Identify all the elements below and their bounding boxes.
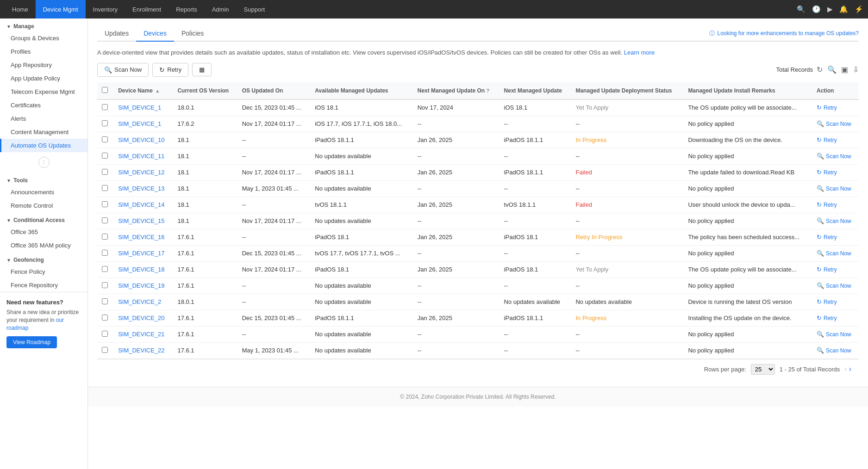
col-next-update-on[interactable]: Next Managed Update On ? xyxy=(413,82,500,99)
row-select-11[interactable] xyxy=(102,282,108,288)
row-select-4[interactable] xyxy=(102,169,108,175)
row-scan-btn-3[interactable]: 🔍 Scan Now xyxy=(817,153,851,160)
tab-policies[interactable]: Policies xyxy=(174,26,211,42)
rows-per-page-select[interactable]: 25 50 100 xyxy=(751,364,775,375)
sidebar-item-app-repository[interactable]: App Repository xyxy=(0,58,87,72)
retry-button[interactable]: ↻ Retry xyxy=(152,63,188,77)
row-checkbox-7[interactable] xyxy=(97,213,113,229)
row-select-13[interactable] xyxy=(102,315,108,321)
row-checkbox-10[interactable] xyxy=(97,261,113,278)
row-checkbox-3[interactable] xyxy=(97,148,113,164)
row-select-9[interactable] xyxy=(102,250,108,256)
device-link-2[interactable]: SIM_DEVICE_10 xyxy=(118,136,164,143)
sidebar-item-certificates[interactable]: Certificates xyxy=(0,99,87,112)
row-checkbox-8[interactable] xyxy=(97,229,113,245)
sidebar-item-groups-devices[interactable]: Groups & Devices xyxy=(0,31,87,45)
device-link-4[interactable]: SIM_DEVICE_12 xyxy=(118,169,164,176)
sidebar-item-office365-mam[interactable]: Office 365 MAM policy xyxy=(0,239,87,252)
learn-more-link[interactable]: Learn more xyxy=(624,49,655,56)
row-select-2[interactable] xyxy=(102,136,108,142)
nav-device-mgmt[interactable]: Device Mgmt xyxy=(36,0,86,19)
nav-home[interactable]: Home xyxy=(5,0,36,19)
row-retry-btn-2[interactable]: ↻ Retry xyxy=(817,136,837,143)
sidebar-item-announcements[interactable]: Announcements xyxy=(0,185,87,199)
row-checkbox-13[interactable] xyxy=(97,310,113,326)
row-select-14[interactable] xyxy=(102,331,108,337)
row-checkbox-15[interactable] xyxy=(97,342,113,358)
device-link-6[interactable]: SIM_DEVICE_14 xyxy=(118,201,164,208)
row-retry-btn-6[interactable]: ↻ Retry xyxy=(817,201,837,208)
sidebar-item-automate-os-updates[interactable]: Automate OS Updates xyxy=(0,139,87,152)
select-all-header[interactable] xyxy=(97,82,113,99)
nav-enrollment[interactable]: Enrollment xyxy=(125,0,169,19)
device-link-3[interactable]: SIM_DEVICE_11 xyxy=(118,153,164,160)
view-roadmap-button[interactable]: View Roadmap xyxy=(6,336,57,348)
row-scan-btn-1[interactable]: 🔍 Scan Now xyxy=(817,120,851,127)
device-link-7[interactable]: SIM_DEVICE_15 xyxy=(118,217,164,224)
row-scan-btn-15[interactable]: 🔍 Scan Now xyxy=(817,347,851,354)
row-select-12[interactable] xyxy=(102,298,108,304)
device-link-9[interactable]: SIM_DEVICE_17 xyxy=(118,250,164,257)
nav-admin[interactable]: Admin xyxy=(205,0,237,19)
row-select-5[interactable] xyxy=(102,185,108,191)
device-link-11[interactable]: SIM_DEVICE_19 xyxy=(118,282,164,289)
download-icon[interactable]: ⇩ xyxy=(853,65,859,74)
row-scan-btn-7[interactable]: 🔍 Scan Now xyxy=(817,217,851,224)
sidebar-item-profiles[interactable]: Profiles xyxy=(0,45,87,58)
device-link-1[interactable]: SIM_DEVICE_1 xyxy=(118,120,161,127)
row-checkbox-12[interactable] xyxy=(97,294,113,310)
select-all-checkbox[interactable] xyxy=(102,87,108,93)
row-select-1[interactable] xyxy=(102,120,108,126)
row-checkbox-6[interactable] xyxy=(97,197,113,213)
filter-button[interactable]: ▦ xyxy=(192,63,212,76)
device-link-14[interactable]: SIM_DEVICE_21 xyxy=(118,331,164,338)
next-page-button[interactable]: › xyxy=(849,365,851,373)
col-device-name[interactable]: Device Name ▲ xyxy=(113,82,173,99)
sidebar-item-telecom[interactable]: Telecom Expense Mgmt xyxy=(0,85,87,99)
row-retry-btn-0[interactable]: ↻ Retry xyxy=(817,104,837,111)
row-retry-btn-10[interactable]: ↻ Retry xyxy=(817,266,837,273)
tab-updates[interactable]: Updates xyxy=(97,26,136,42)
tools-section-title[interactable]: ▼ Tools xyxy=(0,173,87,185)
device-link-15[interactable]: SIM_DEVICE_22 xyxy=(118,347,164,354)
device-link-10[interactable]: SIM_DEVICE_18 xyxy=(118,266,164,273)
row-checkbox-4[interactable] xyxy=(97,164,113,180)
scan-now-button[interactable]: 🔍 Scan Now xyxy=(97,63,149,77)
conditional-access-section-title[interactable]: ▼ Conditional Access xyxy=(0,212,87,225)
sidebar-item-office365[interactable]: Office 365 xyxy=(0,225,87,239)
row-checkbox-11[interactable] xyxy=(97,278,113,294)
device-link-13[interactable]: SIM_DEVICE_20 xyxy=(118,315,164,321)
row-checkbox-5[interactable] xyxy=(97,180,113,197)
device-link-8[interactable]: SIM_DEVICE_16 xyxy=(118,234,164,241)
search-icon[interactable]: 🔍 xyxy=(797,5,806,13)
row-select-3[interactable] xyxy=(102,153,108,159)
sidebar-item-content-mgmt[interactable]: Content Management xyxy=(0,125,87,139)
row-checkbox-9[interactable] xyxy=(97,245,113,261)
bolt-icon[interactable]: ⚡ xyxy=(855,5,863,13)
row-select-8[interactable] xyxy=(102,234,108,240)
nav-reports[interactable]: Reports xyxy=(169,0,205,19)
row-scan-btn-9[interactable]: 🔍 Scan Now xyxy=(817,250,851,257)
sidebar-item-fence-policy[interactable]: Fence Policy xyxy=(0,265,87,278)
sidebar-item-remote-control[interactable]: Remote Control xyxy=(0,199,87,212)
row-checkbox-2[interactable] xyxy=(97,132,113,148)
nav-support[interactable]: Support xyxy=(237,0,273,19)
row-scan-btn-5[interactable]: 🔍 Scan Now xyxy=(817,185,851,192)
row-select-7[interactable] xyxy=(102,217,108,223)
sidebar-item-fence-repository[interactable]: Fence Repository xyxy=(0,278,87,292)
device-link-0[interactable]: SIM_DEVICE_1 xyxy=(118,104,161,111)
sidebar-item-app-update-policy[interactable]: App Update Policy xyxy=(0,72,87,85)
clock-icon[interactable]: 🕐 xyxy=(812,5,821,13)
row-retry-btn-8[interactable]: ↻ Retry xyxy=(817,234,837,241)
row-checkbox-14[interactable] xyxy=(97,326,113,342)
row-retry-btn-4[interactable]: ↻ Retry xyxy=(817,169,837,176)
row-retry-btn-13[interactable]: ↻ Retry xyxy=(817,315,837,321)
grid-view-icon[interactable]: ▣ xyxy=(841,65,848,74)
device-link-5[interactable]: SIM_DEVICE_13 xyxy=(118,185,164,192)
manage-section-title[interactable]: ▼ Manage xyxy=(0,19,87,31)
row-checkbox-0[interactable] xyxy=(97,99,113,116)
row-checkbox-1[interactable] xyxy=(97,116,113,132)
row-scan-btn-11[interactable]: 🔍 Scan Now xyxy=(817,282,851,289)
device-link-12[interactable]: SIM_DEVICE_2 xyxy=(118,298,161,305)
refresh-icon[interactable]: ↻ xyxy=(817,65,823,74)
